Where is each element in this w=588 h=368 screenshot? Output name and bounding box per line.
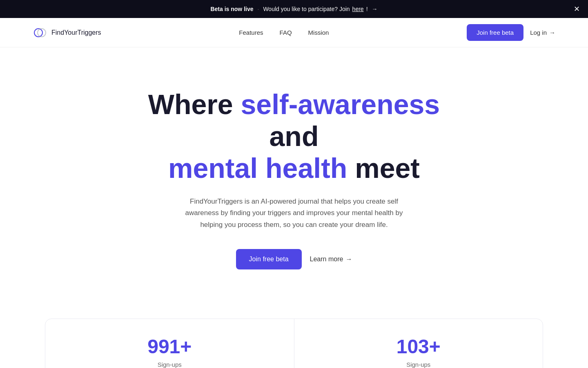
stats-section: 991+ Sign-ups 103+ Sign-ups <box>45 319 543 368</box>
banner-exclamation: ! <box>366 6 368 12</box>
nav-actions: Join free beta Log in → <box>467 24 555 41</box>
hero-title-middle: and <box>270 121 319 152</box>
nav-faq[interactable]: FAQ <box>280 29 292 36</box>
login-button[interactable]: Log in → <box>530 29 555 36</box>
hero-join-button[interactable]: Join free beta <box>236 249 302 269</box>
stat-card-2: 103+ Sign-ups <box>294 319 543 368</box>
logo-name: FindYourTriggers <box>51 29 101 36</box>
logo[interactable]: FindYourTriggers <box>33 25 101 40</box>
hero-buttons: Join free beta Learn more → <box>236 249 352 269</box>
hero-title: Where self-awareness and mental health m… <box>131 88 457 184</box>
login-arrow-icon: → <box>549 29 555 36</box>
banner-separator: · <box>258 6 259 12</box>
learn-more-arrow-icon: → <box>345 256 352 263</box>
banner-close-button[interactable]: ✕ <box>574 4 580 13</box>
join-free-beta-button[interactable]: Join free beta <box>467 24 523 41</box>
stat-label-2: Sign-ups <box>303 361 535 368</box>
banner-description: Would you like to participate? Join <box>263 6 350 12</box>
learn-more-label: Learn more <box>310 256 343 263</box>
hero-title-prefix: Where <box>148 89 241 120</box>
banner-text: Beta is now live · Would you like to par… <box>210 6 377 12</box>
hero-subtitle: FindYourTriggers is an AI-powered journa… <box>180 196 408 231</box>
nav-links: Features FAQ Mission <box>239 29 329 36</box>
banner-link[interactable]: here <box>352 6 364 12</box>
hero-learn-button[interactable]: Learn more → <box>310 256 352 263</box>
stat-number-1: 991+ <box>53 335 286 358</box>
stat-card-1: 991+ Sign-ups <box>45 319 294 368</box>
stat-number-2: 103+ <box>303 335 535 358</box>
announcement-banner: Beta is now live · Would you like to par… <box>0 0 588 18</box>
login-label: Log in <box>530 29 547 36</box>
logo-icon <box>33 25 47 40</box>
hero-title-highlight1: self-awareness <box>241 89 440 120</box>
nav-mission[interactable]: Mission <box>308 29 329 36</box>
stat-label-1: Sign-ups <box>53 361 286 368</box>
banner-bold-text: Beta is now live <box>210 6 253 12</box>
banner-arrow-icon: → <box>372 6 378 12</box>
hero-title-highlight2: mental health <box>168 153 347 184</box>
hero-title-suffix: meet <box>347 153 420 184</box>
navbar: FindYourTriggers Features FAQ Mission Jo… <box>0 18 588 47</box>
hero-section: Where self-awareness and mental health m… <box>0 47 588 294</box>
nav-features[interactable]: Features <box>239 29 263 36</box>
